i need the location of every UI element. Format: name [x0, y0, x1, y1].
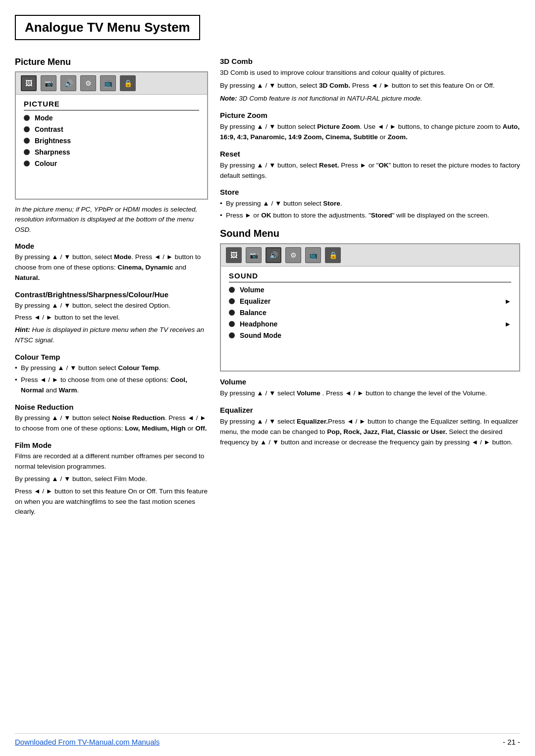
footer-link[interactable]: Downloaded From TV-Manual.com Manuals	[15, 738, 160, 746]
right-column: 3D Comb 3D Comb is used to improve colou…	[220, 57, 520, 724]
colour-temp-bullet2: Press ◄ / ► to choose from one of these …	[15, 375, 208, 396]
equalizer-section: Equalizer By pressing ▲ / ▼ select Equal…	[220, 406, 520, 448]
mode-title: Mode	[15, 242, 208, 250]
bullet-icon	[229, 287, 235, 293]
sound-menu-icons-bar: 🖼 📷 🔊 ⚙ 📺 🔒	[221, 244, 519, 267]
sound-icon-4: ⚙	[285, 247, 301, 263]
mode-section: Mode By pressing ▲ / ▼ button, select Mo…	[15, 242, 208, 283]
film-mode-section: Film Mode Films are recorded at a differ…	[15, 441, 208, 518]
store-section: Store By pressing ▲ / ▼ button select St…	[220, 188, 520, 221]
sound-menu-title: Sound Menu	[220, 228, 520, 239]
menu-icon-2: 📷	[41, 75, 56, 91]
equalizer-title: Equalizer	[220, 406, 520, 414]
3d-comb-text2: By pressing ▲ / ▼ button, select 3D Comb…	[220, 81, 520, 91]
film-mode-text2: By pressing ▲ / ▼ button, select Film Mo…	[15, 474, 208, 485]
sound-menu-label: SOUND	[229, 271, 511, 282]
menu-icon-5: 📺	[100, 75, 116, 91]
sound-icon-5: 📺	[305, 247, 321, 263]
colour-temp-title: Colour Temp	[15, 353, 208, 361]
footer-page-number: - 21 -	[503, 738, 520, 746]
bullet-icon	[24, 149, 30, 155]
sound-icon-3: 🔊	[266, 247, 281, 263]
bullet-icon	[229, 321, 235, 327]
bullet-icon	[24, 138, 30, 144]
picture-menu-box: 🖼 📷 🔊 ⚙ 📺 🔒 PICTURE Mode Contrast	[15, 71, 208, 200]
film-mode-text3: Press ◄ / ► button to set this feature O…	[15, 486, 208, 518]
3d-comb-section: 3D Comb 3D Comb is used to improve colou…	[220, 57, 520, 104]
menu-item-sharpness: Sharpness	[24, 148, 199, 156]
bullet-icon	[229, 310, 235, 316]
menu-content: PICTURE Mode Contrast Brightness	[16, 95, 207, 199]
bullet-icon	[229, 298, 235, 304]
contrast-text1: By pressing ▲ / ▼ button, select the des…	[15, 301, 208, 311]
sound-item-balance: Balance	[229, 309, 511, 317]
picture-zoom-section: Picture Zoom By pressing ▲ / ▼ button se…	[220, 111, 520, 143]
menu-icon-picture: 🖼	[21, 75, 37, 91]
sound-icon-2: 📷	[246, 247, 262, 263]
picture-menu-title: Picture Menu	[15, 57, 208, 67]
3d-comb-text1: 3D Comb is used to improve colour transi…	[220, 68, 520, 78]
menu-item-mode: Mode	[24, 114, 199, 122]
reset-title: Reset	[220, 150, 520, 158]
sound-item-equalizer: Equalizer ►	[229, 297, 511, 305]
contrast-title: Contrast/Brightness/Sharpness/Colour/Hue	[15, 290, 208, 299]
film-mode-text1: Films are recorded at a different number…	[15, 451, 208, 472]
3d-comb-title: 3D Comb	[220, 57, 520, 65]
store-title: Store	[220, 188, 520, 196]
reset-section: Reset By pressing ▲ / ▼ button, select R…	[220, 150, 520, 181]
menu-icon-3: 🔊	[60, 75, 76, 91]
menu-item-brightness: Brightness	[24, 137, 199, 145]
picture-zoom-title: Picture Zoom	[220, 111, 520, 119]
menu-item-contrast: Contrast	[24, 125, 199, 133]
volume-section: Volume By pressing ▲ / ▼ select Volume .…	[220, 378, 520, 399]
volume-text: By pressing ▲ / ▼ select Volume . Press …	[220, 388, 520, 399]
contrast-section: Contrast/Brightness/Sharpness/Colour/Hue…	[15, 290, 208, 346]
main-title: Analogue TV Menu System	[15, 15, 200, 40]
sound-item-soundmode: Sound Mode	[229, 331, 511, 339]
equalizer-arrow-icon: ►	[504, 297, 511, 305]
menu-icon-6: 🔒	[120, 75, 136, 91]
store-bullet1: By pressing ▲ / ▼ button select Store.	[220, 199, 520, 209]
bullet-icon	[24, 161, 30, 166]
sound-icon-1: 🖼	[226, 247, 242, 263]
3d-comb-note: Note: 3D Comb feature is not functional …	[220, 94, 520, 104]
colour-temp-section: Colour Temp By pressing ▲ / ▼ button sel…	[15, 353, 208, 396]
mode-text: By pressing ▲ / ▼ button, select Mode. P…	[15, 252, 208, 283]
picture-zoom-text: By pressing ▲ / ▼ button select Picture …	[220, 122, 520, 143]
sound-icon-6: 🔒	[325, 247, 341, 263]
volume-title: Volume	[220, 378, 520, 386]
sound-menu-box: 🖼 📷 🔊 ⚙ 📺 🔒 SOUND Volume Equalizer	[220, 243, 520, 372]
footer: Downloaded From TV-Manual.com Manuals - …	[15, 733, 520, 746]
menu-label: PICTURE	[24, 100, 199, 110]
picture-menu-note: In the picture menu; if PC, YPbPr or HDM…	[15, 205, 208, 235]
film-mode-title: Film Mode	[15, 441, 208, 449]
noise-reduction-text: By pressing ▲ / ▼ button select Noise Re…	[15, 413, 208, 434]
left-column: Picture Menu 🖼 📷 🔊 ⚙ 📺 🔒 PICTURE Mode	[15, 57, 208, 724]
sound-menu-content: SOUND Volume Equalizer ► Balance	[221, 267, 519, 371]
bullet-icon	[24, 115, 30, 121]
sound-item-volume: Volume	[229, 286, 511, 294]
noise-reduction-section: Noise Reduction By pressing ▲ / ▼ button…	[15, 403, 208, 434]
contrast-hint: Hint: Hue is displayed in picture menu w…	[15, 325, 208, 346]
menu-item-colour: Colour	[24, 160, 199, 167]
menu-icons-bar: 🖼 📷 🔊 ⚙ 📺 🔒	[16, 72, 207, 95]
page: Analogue TV Menu System Picture Menu 🖼 📷…	[0, 0, 535, 756]
sound-item-headphone: Headphone ►	[229, 320, 511, 328]
equalizer-text: By pressing ▲ / ▼ select Equalizer.Press…	[220, 417, 520, 448]
reset-text: By pressing ▲ / ▼ button, select Reset. …	[220, 161, 520, 181]
contrast-text2: Press ◄ / ► button to set the level.	[15, 313, 208, 323]
noise-reduction-title: Noise Reduction	[15, 403, 208, 411]
bullet-icon	[24, 126, 30, 132]
store-bullet2: Press ► or OK button to store the adjust…	[220, 211, 520, 221]
colour-temp-bullet1: By pressing ▲ / ▼ button select Colour T…	[15, 363, 208, 374]
headphone-arrow-icon: ►	[504, 320, 511, 328]
menu-icon-4: ⚙	[80, 75, 96, 91]
bullet-icon	[229, 332, 235, 338]
